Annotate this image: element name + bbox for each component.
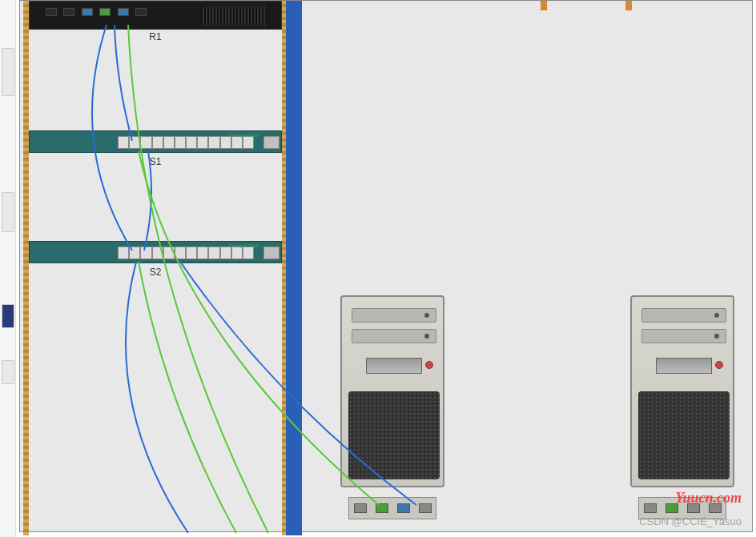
router-label: R1: [149, 31, 161, 42]
rack-post: [286, 1, 302, 535]
marker-1: [541, 1, 547, 10]
pc-front-panel: [366, 358, 422, 374]
router-port[interactable]: [135, 8, 147, 16]
pc-case: [340, 295, 444, 487]
pc-front-panel: [656, 358, 712, 374]
router-port-console[interactable]: [99, 8, 111, 16]
switch-model: Catalyst 2960: [229, 243, 259, 248]
pc-mesh: [638, 391, 730, 479]
pc-port-console[interactable]: [376, 503, 388, 513]
watermark-author: CSDN @CCIE_Yasuo: [639, 515, 742, 527]
pc-rear-ports: [348, 497, 436, 519]
switch-port-block[interactable]: [118, 136, 254, 149]
sidebar-thumb-3[interactable]: [2, 304, 14, 328]
watermark-site: Yuucn.com: [675, 490, 742, 507]
pc-optical-drive[interactable]: [352, 308, 436, 323]
switch-uplink[interactable]: [263, 136, 279, 149]
sidebar-thumb-1[interactable]: [2, 48, 14, 96]
switch-port-block[interactable]: [118, 246, 254, 259]
router-port[interactable]: [46, 8, 57, 16]
sidebar-thumb-2[interactable]: [2, 192, 14, 232]
switch-s1[interactable]: Catalyst 2960: [29, 130, 282, 153]
pc-port[interactable]: [354, 503, 367, 513]
router-vents: [201, 6, 265, 26]
rack-rail-left: [23, 1, 29, 535]
switch2-label: S2: [150, 266, 162, 278]
switch1-label: S1: [150, 156, 162, 167]
switch-model: Catalyst 2960: [229, 133, 259, 138]
sidebar-thumb-4[interactable]: [2, 360, 14, 384]
pc-bay: [641, 329, 726, 343]
pc-port[interactable]: [419, 503, 432, 513]
pc-optical-drive[interactable]: [641, 308, 726, 323]
router-port-eth[interactable]: [118, 8, 129, 16]
pc-mesh: [348, 391, 440, 479]
router-r1[interactable]: [29, 1, 282, 30]
left-sidebar: [0, 0, 16, 537]
pc-power-button[interactable]: [715, 361, 723, 369]
pc-power-button[interactable]: [425, 361, 433, 369]
topology-canvas[interactable]: R1 Catalyst 2960 S1 Catalyst 2960 S2: [19, 0, 753, 532]
pc-port-eth[interactable]: [397, 503, 410, 513]
pc-case: [630, 295, 734, 487]
switch-uplink[interactable]: [263, 246, 279, 259]
pc-1[interactable]: [340, 295, 444, 519]
pc-2[interactable]: [630, 295, 734, 519]
marker-2: [625, 1, 632, 10]
equipment-rack: R1 Catalyst 2960 S1 Catalyst 2960 S2: [23, 1, 288, 535]
router-port-eth[interactable]: [82, 8, 93, 16]
switch-s2[interactable]: Catalyst 2960: [29, 241, 282, 263]
pc-port[interactable]: [644, 503, 657, 513]
pc-bay: [352, 329, 436, 343]
router-port[interactable]: [63, 8, 74, 16]
